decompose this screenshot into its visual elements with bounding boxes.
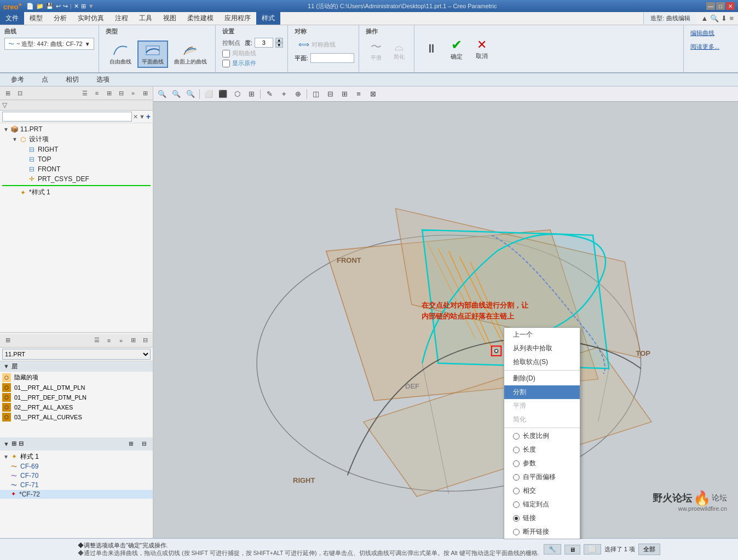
layer-item-hidden[interactable]: ⬡ 隐藏的项 (0, 373, 153, 383)
tree-item-11prt[interactable]: ▼ 📦 11.PRT (0, 124, 153, 134)
toolbar-icon-save[interactable]: 💾 (46, 3, 54, 10)
style-item-cf70[interactable]: 〜 CF-70 (0, 471, 153, 481)
type-btn-free[interactable]: 自由曲线 (106, 41, 135, 67)
ctx-pick-from-list[interactable]: 从列表中拾取 (504, 342, 580, 355)
degree-input[interactable] (255, 38, 273, 48)
ctx-previous[interactable]: 上一个 (504, 328, 580, 342)
layer-tb-chevron[interactable]: » (116, 335, 126, 346)
vp-tool-2[interactable]: ⬛ (216, 88, 229, 100)
simplify-btn[interactable]: ⌓ 简化 (389, 39, 410, 62)
search-dropdown-btn[interactable]: ▼ (139, 113, 145, 120)
read-more-btn[interactable]: 阅读更多... (688, 41, 734, 53)
close-button[interactable]: ✕ (726, 2, 735, 10)
tree-search-input[interactable] (2, 112, 132, 122)
spin-down[interactable]: ▼ (275, 43, 283, 48)
vp-tool-8[interactable]: ◫ (309, 88, 322, 100)
toolbar-icon-settings[interactable]: ⊞ (81, 3, 86, 10)
vp-tool-9[interactable]: ⊟ (324, 88, 337, 100)
tree-toggle-11prt[interactable]: ▼ (2, 125, 10, 133)
menu-view[interactable]: 视图 (158, 12, 182, 25)
style-item-style1[interactable]: ▼ ✦ 样式 1 (0, 452, 153, 462)
plane-input[interactable] (310, 53, 354, 63)
layer-tb-1[interactable]: ⊞ (2, 335, 13, 346)
minimize-button[interactable]: — (706, 2, 715, 10)
toolbar-icon-open[interactable]: 📁 (36, 3, 44, 10)
tree-item-design[interactable]: ▼ ⬡ 设计项 (0, 134, 153, 145)
style1-toggle[interactable]: ▼ (2, 453, 10, 460)
curve-selector-arrow[interactable]: ▼ (85, 41, 90, 47)
panel-btn-4[interactable]: ⊟ (116, 88, 126, 99)
menu-tools[interactable]: 工具 (134, 12, 158, 25)
degree-spinner[interactable]: ▲ ▼ (275, 38, 283, 48)
maximize-button[interactable]: □ (716, 2, 725, 10)
status-icon-2[interactable]: 🖥 (564, 545, 580, 555)
curve-selector[interactable]: 〜 ~ 造型: 447: 曲线: CF-72 ▼ (4, 38, 94, 50)
ctx-pick-soft-point[interactable]: 拾取软点(S) (504, 355, 580, 369)
ctx-length[interactable]: 长度 (504, 443, 580, 457)
search-add-btn[interactable]: + (146, 112, 151, 121)
header-arrow-btn[interactable]: ⬇ (721, 14, 727, 22)
panel-chevron[interactable]: » (128, 88, 139, 99)
tree-item-csys[interactable]: ▶ ✛ PRT_CSYS_DEF (0, 174, 153, 184)
header-misc-btn[interactable]: ≡ (729, 14, 734, 22)
ctx-length-ratio[interactable]: 长度比例 (504, 429, 580, 443)
prt-selector[interactable]: 11.PRT (2, 349, 151, 360)
style-section-toggle-1[interactable]: ▼ (3, 441, 9, 447)
spin-up[interactable]: ▲ (275, 38, 283, 43)
panel-list-btn-1[interactable]: ☰ (79, 88, 90, 99)
layer-item-all-dtm-pln[interactable]: ⬡ 01__PRT_ALL_DTM_PLN (0, 383, 153, 392)
panel-btn-3[interactable]: ⊞ (103, 88, 114, 99)
full-view-btn[interactable]: 全部 (638, 544, 660, 555)
vp-zoom-out[interactable]: 🔍 (184, 88, 197, 100)
header-search-btn[interactable]: 🔍 (710, 14, 719, 22)
layer-section-toggle[interactable]: ▼ (3, 363, 9, 370)
edit-curve-btn[interactable]: 编辑曲线 (688, 27, 734, 39)
subtab-options[interactable]: 选项 (88, 73, 118, 86)
vp-tool-1[interactable]: ⬜ (202, 88, 215, 100)
ctx-split[interactable]: 分割 (504, 385, 580, 399)
ctx-parameter[interactable]: 参数 (504, 457, 580, 470)
layer-tb-2[interactable]: ☰ (91, 335, 102, 346)
menu-model[interactable]: 模型 (24, 12, 48, 25)
symmetry-curve-btn[interactable]: ⟺ 对称曲线 (295, 38, 354, 51)
vp-zoom-fit[interactable]: 🔍 (155, 88, 169, 100)
menu-file[interactable]: 文件 (0, 12, 24, 25)
tree-item-style1[interactable]: ▶ ✦ *样式 1 (0, 187, 153, 198)
layer-tb-3[interactable]: ≡ (103, 335, 114, 346)
style-item-cf72[interactable]: ✦ *CF-72 (0, 490, 153, 499)
panel-view-btn-1[interactable]: ⊞ (2, 88, 13, 99)
status-icon-1[interactable]: 🔧 (544, 544, 561, 555)
ctx-plane-offset[interactable]: 自平面偏移 (504, 470, 580, 484)
type-btn-plane[interactable]: 平面曲线 (137, 41, 168, 68)
vp-tool-10[interactable]: ⊞ (338, 88, 351, 100)
menu-style[interactable]: 样式 (256, 12, 280, 25)
ctx-intersect[interactable]: 相交 (504, 484, 580, 498)
vp-tool-6[interactable]: ⌖ (277, 88, 290, 100)
status-icon-3[interactable]: ⬜ (584, 544, 601, 555)
style-item-cf69[interactable]: 〜 CF-69 (0, 462, 153, 471)
menu-application[interactable]: 应用程序 (219, 12, 256, 25)
viewport[interactable]: 🔍 🔍 🔍 ⬜ ⬛ ⬡ ⊞ ✎ ⌖ ⊕ ◫ ⊟ ⊞ ≡ ⊠ (153, 86, 738, 539)
panel-col-btn[interactable]: ⊞ (140, 88, 151, 99)
tree-toggle-design[interactable]: ▼ (11, 136, 19, 143)
cancel-button[interactable]: ✕ 取消 (471, 37, 492, 61)
display-original-checkbox[interactable] (222, 60, 230, 67)
ctx-delete[interactable]: 删除(D) (504, 372, 580, 385)
layer-item-all-axes[interactable]: ⬡ 02__PRT_ALL_AXES (0, 402, 153, 412)
layer-tb-5[interactable]: ⊟ (140, 335, 151, 346)
layer-tb-4[interactable]: ⊞ (128, 335, 139, 346)
smooth-btn[interactable]: 〜 平滑 (366, 38, 387, 63)
toolbar-icon-misc[interactable]: ✕ (74, 3, 79, 10)
vp-zoom-in[interactable]: 🔍 (170, 88, 183, 100)
style-tb-btn[interactable]: ⊞ (125, 438, 136, 449)
vp-tool-12[interactable]: ⊠ (366, 88, 379, 100)
ctx-link[interactable]: 链接 (504, 511, 580, 525)
subtab-point[interactable]: 点 (33, 73, 57, 86)
subtab-tangent[interactable]: 相切 (57, 73, 88, 86)
layer-item-all-curves[interactable]: ⬡ 03__PRT_ALL_CURVES (0, 412, 153, 422)
menu-realtime[interactable]: 实时仿真 (72, 12, 109, 25)
vp-tool-5[interactable]: ✎ (263, 88, 276, 100)
subtab-reference[interactable]: 参考 (2, 73, 33, 86)
toolbar-icon-undo[interactable]: ↩ (56, 3, 61, 10)
panel-view-btn-2[interactable]: ⊡ (14, 88, 25, 99)
